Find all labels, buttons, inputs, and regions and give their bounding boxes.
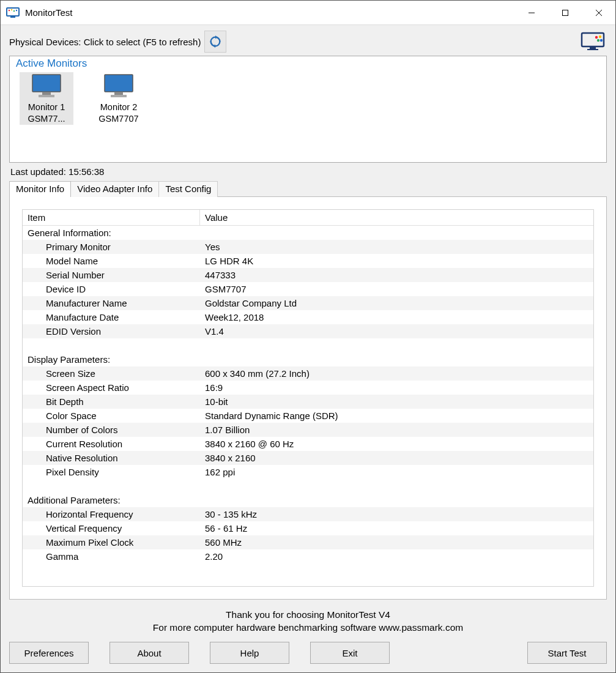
footer-line1: Thank you for choosing MonitorTest V4 — [9, 608, 607, 622]
table-row: Device IDGSM7707 — [23, 282, 593, 296]
maximize-button[interactable] — [548, 1, 582, 25]
svg-rect-22 — [105, 75, 133, 92]
last-updated: Last updated: 15:56:38 — [10, 166, 607, 177]
svg-rect-23 — [114, 92, 123, 95]
table-section-header: Additional Parameters: — [23, 493, 593, 507]
table-row: Model NameLG HDR 4K — [23, 254, 593, 268]
svg-point-5 — [16, 9, 17, 10]
svg-point-3 — [11, 9, 12, 10]
tab-panel-monitor-info: Item Value General Information:Primary M… — [9, 196, 607, 600]
active-monitors-group: Active Monitors Monitor 1 GSM77... Monit… — [9, 56, 607, 163]
brand-icon — [580, 31, 607, 53]
table-row: Current Resolution3840 x 2160 @ 60 Hz — [23, 437, 593, 451]
monitor-id: GSM77... — [20, 113, 73, 125]
table-row: Gamma2.20 — [23, 549, 593, 563]
header-item: Item — [23, 210, 200, 225]
svg-point-4 — [13, 10, 15, 11]
monitor-name: Monitor 2 — [92, 102, 146, 113]
monitor-info-table: Item Value General Information:Primary M… — [22, 209, 594, 587]
monitor-item[interactable]: Monitor 1 GSM77... — [20, 72, 73, 125]
table-row: Bit Depth10-bit — [23, 395, 593, 409]
svg-point-2 — [9, 9, 10, 10]
table-row: Screen Aspect Ratio16:9 — [23, 381, 593, 395]
active-monitors-legend: Active Monitors — [16, 58, 600, 70]
header-value: Value — [200, 210, 593, 225]
table-row: Screen Size600 x 340 mm (27.2 Inch) — [23, 366, 593, 381]
physical-devices-label: Physical Devices: Click to select (F5 to… — [9, 37, 201, 47]
table-section-header: Display Parameters: — [23, 352, 593, 366]
monitor-id: GSM7707 — [92, 113, 146, 125]
svg-rect-24 — [111, 95, 127, 97]
svg-rect-14 — [587, 49, 598, 50]
table-header: Item Value — [23, 210, 593, 226]
table-row: Serial Number447333 — [23, 268, 593, 282]
svg-rect-13 — [590, 47, 596, 49]
table-row: Manufacture DateWeek12, 2018 — [23, 310, 593, 324]
tab[interactable]: Monitor Info — [9, 181, 71, 197]
monitor-icon — [102, 73, 135, 99]
svg-point-15 — [595, 36, 598, 39]
window-title: MonitorTest — [25, 7, 73, 18]
table-row: Primary MonitorYes — [23, 240, 593, 254]
table-row: Horizontal Frequency30 - 135 kHz — [23, 507, 593, 521]
svg-rect-21 — [39, 95, 54, 97]
footer-text: Thank you for choosing MonitorTest V4 Fo… — [9, 608, 607, 634]
table-section-header: General Information: — [23, 226, 593, 240]
svg-point-16 — [599, 35, 601, 38]
svg-point-18 — [600, 39, 603, 42]
exit-button[interactable]: Exit — [310, 642, 390, 664]
table-row: EDID VersionV1.4 — [23, 324, 593, 338]
app-icon — [6, 6, 20, 20]
svg-rect-1 — [10, 17, 15, 18]
help-button[interactable]: Help — [210, 642, 289, 664]
refresh-button[interactable] — [204, 31, 226, 53]
svg-rect-7 — [562, 10, 568, 15]
svg-rect-0 — [7, 8, 19, 16]
footer-line2: For more computer hardware benchmarking … — [9, 621, 607, 634]
tab[interactable]: Video Adapter Info — [70, 181, 159, 197]
titlebar: MonitorTest — [1, 1, 615, 25]
table-body[interactable]: General Information:Primary MonitorYesMo… — [23, 226, 593, 586]
table-row: Number of Colors1.07 Billion — [23, 423, 593, 437]
tab-strip: Monitor InfoVideo Adapter InfoTest Confi… — [9, 181, 607, 197]
svg-point-17 — [597, 39, 599, 42]
monitor-item[interactable]: Monitor 2 GSM7707 — [92, 72, 146, 125]
table-row: Vertical Frequency56 - 61 Hz — [23, 521, 593, 535]
start-test-button[interactable]: Start Test — [527, 642, 607, 664]
preferences-button[interactable]: Preferences — [9, 642, 89, 664]
table-row: Native Resolution3840 x 2160 — [23, 451, 593, 465]
minimize-button[interactable] — [514, 1, 548, 25]
svg-rect-20 — [42, 92, 51, 95]
tab[interactable]: Test Config — [158, 181, 218, 197]
table-row: Maximum Pixel Clock560 MHz — [23, 535, 593, 549]
table-row: Manufacturer NameGoldstar Company Ltd — [23, 296, 593, 310]
about-button[interactable]: About — [109, 642, 189, 664]
table-row: Color SpaceStandard Dynamic Range (SDR) — [23, 409, 593, 423]
svg-rect-19 — [32, 75, 61, 92]
monitor-icon — [30, 73, 63, 99]
close-button[interactable] — [582, 1, 615, 25]
table-row: Pixel Density162 ppi — [23, 465, 593, 479]
monitor-name: Monitor 1 — [20, 102, 73, 113]
